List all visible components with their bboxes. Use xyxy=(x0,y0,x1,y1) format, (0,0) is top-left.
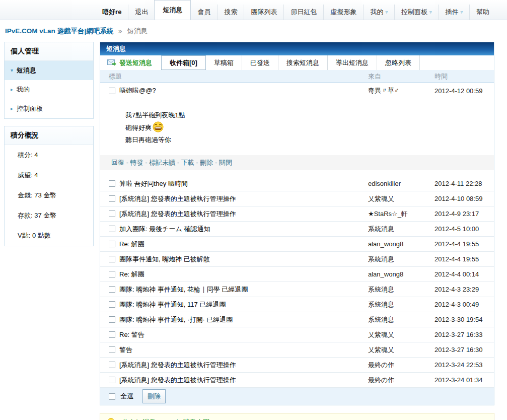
message-row[interactable]: [系統消息] 您發表的主題被執行管理操作 乂紫魂乂 2012-4-10 08:5… xyxy=(100,191,494,206)
nav-item[interactable]: 插件 ▿ xyxy=(438,5,469,20)
message-row[interactable]: Re: 警告 乂紫魂乂 2012-3-27 16:33 xyxy=(100,327,494,342)
nav-item-label: 唔好re xyxy=(102,8,121,17)
message-title[interactable]: Re: 解團 xyxy=(119,240,144,249)
message-action-link[interactable]: 下載 xyxy=(177,159,194,166)
message-title[interactable]: 團隊: 嘴炮神 事件通知, 117 已經退團 xyxy=(119,300,226,309)
top-nav-items: 唔好re 退出 短消息 會員 搜 xyxy=(96,0,496,20)
sidebar-item[interactable]: 短消息 xyxy=(5,61,93,80)
row-checkbox[interactable] xyxy=(109,346,115,353)
message-title[interactable]: [系統消息] 您發表的主題被執行管理操作 xyxy=(119,194,236,203)
message-sender: alan_wong8 xyxy=(368,240,434,248)
tab[interactable]: 已發送 xyxy=(242,55,278,70)
tab[interactable]: 搜索短消息 xyxy=(278,55,328,70)
message-title[interactable]: Re: 警告 xyxy=(119,330,144,339)
delete-button[interactable]: 刪除 xyxy=(142,389,166,403)
content: 個人管理 短消息 我的 控制面板 xyxy=(0,42,507,420)
sidebar-item-label: 短消息 xyxy=(17,66,36,75)
nav-item[interactable]: 節日紅包 xyxy=(283,5,323,20)
message-action-link[interactable]: 轉發 xyxy=(126,159,143,166)
message-row[interactable]: [系統消息] 您發表的主題被執行管理操作 最終の作 2012-3-24 22:5… xyxy=(100,358,494,373)
message-row[interactable]: 警告 乂紫魂乂 2012-3-27 16:30 xyxy=(100,342,494,358)
message-sender: ★StaRs☆_軒 xyxy=(368,209,434,219)
top-navbar: 唔好re 退出 短消息 會員 搜 xyxy=(0,0,507,20)
message-count-note: 共有短消息: 15 ，短消息上限: 20 xyxy=(122,418,221,420)
tab-label: 忽略列表 xyxy=(385,58,411,67)
nav-item[interactable]: 搜索 xyxy=(217,5,244,20)
message-row[interactable]: [系統消息] 您發表的主題被執行管理操作 最終の作 2012-3-24 01:3… xyxy=(100,373,494,388)
row-checkbox[interactable] xyxy=(109,316,115,323)
message-title[interactable]: [系統消息] 您發表的主題被執行管理操作 xyxy=(119,361,236,370)
message-time: 2012-4-5 10:00 xyxy=(434,225,494,233)
sidebar-item[interactable]: 控制面板 xyxy=(5,99,93,118)
row-checkbox[interactable] xyxy=(109,88,115,94)
message-title[interactable]: [系統消息] 您發表的主題被執行管理操作 xyxy=(119,209,236,219)
row-checkbox[interactable] xyxy=(109,211,115,217)
footer-tip-bar: 共有短消息: 15 ，短消息上限: 20 xyxy=(100,413,494,420)
nav-item[interactable]: 控制面板 ▿ xyxy=(394,5,439,20)
row-checkbox[interactable] xyxy=(109,180,115,187)
nav-item[interactable]: 退出 xyxy=(128,5,155,20)
message-action-link[interactable]: 關閉 xyxy=(215,159,232,166)
tab[interactable]: 收件箱[0] xyxy=(161,55,206,70)
nav-item[interactable]: 幫助 xyxy=(469,5,496,20)
nav-item[interactable]: 唔好re xyxy=(96,5,128,20)
message-title[interactable]: 團隊: 嘴炮神 事件通知, 花輪｜同學 已經退團 xyxy=(119,285,248,294)
main-area: 短消息 發送短消息 收件箱[0] xyxy=(100,42,494,420)
panel-title: 短消息 xyxy=(100,42,494,55)
row-checkbox[interactable] xyxy=(109,331,115,338)
message-title[interactable]: 算啦 吾好同they 晒時間 xyxy=(119,179,188,188)
sidebar-item[interactable]: 我的 xyxy=(5,80,93,99)
message-sender: 乂紫魂乂 xyxy=(368,194,434,203)
tab-label: 搜索短消息 xyxy=(286,58,319,67)
row-checkbox[interactable] xyxy=(109,301,115,308)
row-checkbox[interactable] xyxy=(109,362,115,368)
message-body-line: 砲得好爽 xyxy=(125,121,494,134)
row-checkbox[interactable] xyxy=(109,195,115,202)
breadcrumb-site-link[interactable]: IPvE.COM vLan 遊戲平台|網吧系統 xyxy=(5,27,113,35)
message-row[interactable]: 算啦 吾好同they 晒時間 edisonkiller 2012-4-11 22… xyxy=(100,176,494,191)
select-all-checkbox[interactable] xyxy=(109,393,115,400)
message-row[interactable]: 團隊事件通知, 嘴炮神 已被解散 系統消息 2012-4-4 19:55 xyxy=(100,252,494,267)
credit-stat: 威望: 4 xyxy=(5,165,93,185)
message-row-expanded[interactable]: 唔砲啦@@? 奇異〃草♂ 2012-4-12 00:59 xyxy=(100,83,494,98)
message-row[interactable]: 加入團隊: 最後チーム 確認通知 系統消息 2012-4-5 10:00 xyxy=(100,222,494,237)
nav-item-label: 短消息 xyxy=(163,6,182,15)
row-checkbox[interactable] xyxy=(109,226,115,232)
nav-item[interactable]: 會員 xyxy=(191,5,217,20)
row-checkbox[interactable] xyxy=(109,286,115,293)
personal-management-title: 個人管理 xyxy=(5,42,93,61)
message-row[interactable]: 團隊: 嘴炮神 事件通知, 花輪｜同學 已經退團 系統消息 2012-4-3 2… xyxy=(100,282,494,297)
row-checkbox[interactable] xyxy=(109,256,115,262)
tab[interactable]: 忽略列表 xyxy=(377,55,420,70)
tab-strip: 發送短消息 收件箱[0] 草稿箱 已發送 xyxy=(100,55,494,70)
row-checkbox[interactable] xyxy=(109,271,115,277)
message-action-link[interactable]: 標記未讀 xyxy=(145,159,175,166)
message-action-link[interactable]: 回復 xyxy=(111,159,124,166)
message-row[interactable]: [系統消息] 您發表的主題被執行管理操作 ★StaRs☆_軒 2012-4-9 … xyxy=(100,206,494,222)
tab[interactable]: 草稿箱 xyxy=(206,55,242,70)
message-title[interactable]: 警告 xyxy=(119,345,132,355)
personal-management-box: 個人管理 短消息 我的 控制面板 xyxy=(4,42,94,119)
message-title[interactable]: 唔砲啦@@? xyxy=(119,86,156,95)
message-sender: 最終の作 xyxy=(368,376,434,385)
message-title[interactable]: 團隊: 嘴炮神 事件通知, ·打開· 已經退團 xyxy=(119,315,233,324)
row-checkbox[interactable] xyxy=(109,241,115,247)
nav-item[interactable]: 虛擬形象 xyxy=(323,5,363,20)
message-title[interactable]: 加入團隊: 最後チーム 確認通知 xyxy=(119,225,210,234)
message-row[interactable]: Re: 解團 alan_wong8 2012-4-4 19:55 xyxy=(100,237,494,252)
row-checkbox[interactable] xyxy=(109,377,115,383)
message-action-link[interactable]: 刪除 xyxy=(196,159,213,166)
send-message-button[interactable]: 發送短消息 xyxy=(100,55,161,70)
message-time: 2012-4-9 23:17 xyxy=(434,210,494,218)
message-title[interactable]: [系統消息] 您發表的主題被執行管理操作 xyxy=(119,376,236,385)
message-row[interactable]: 團隊: 嘴炮神 事件通知, 117 已經退團 系統消息 2012-4-3 00:… xyxy=(100,297,494,312)
credit-stat: 金錢: 73 金幣 xyxy=(5,185,93,205)
message-title[interactable]: 團隊事件通知, 嘴炮神 已被解散 xyxy=(119,255,210,264)
message-row[interactable]: Re: 解團 alan_wong8 2012-4-4 00:14 xyxy=(100,267,494,282)
nav-item[interactable]: 團隊列表 xyxy=(244,5,283,20)
nav-item[interactable]: 我的 ▿ xyxy=(363,5,394,20)
tab[interactable]: 導出短消息 xyxy=(328,55,377,70)
message-row[interactable]: 團隊: 嘴炮神 事件通知, ·打開· 已經退團 系統消息 2012-3-30 1… xyxy=(100,312,494,327)
nav-item[interactable]: 短消息 xyxy=(154,0,191,20)
message-title[interactable]: Re: 解團 xyxy=(119,270,144,279)
